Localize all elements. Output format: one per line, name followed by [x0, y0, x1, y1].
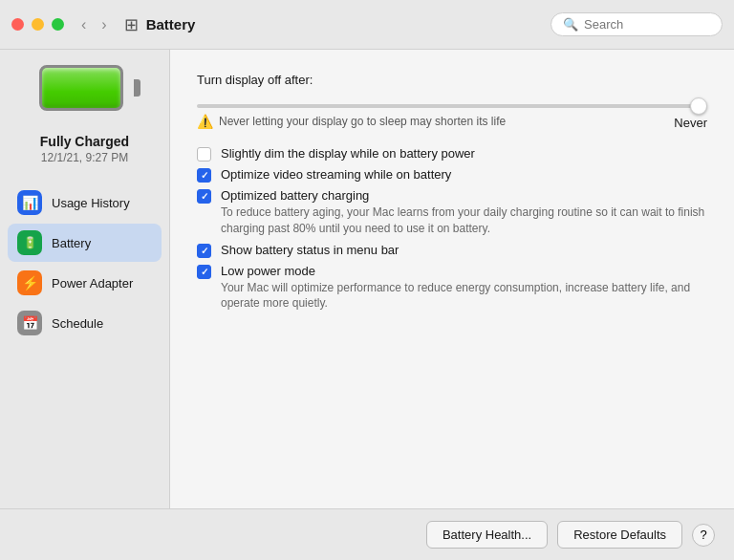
sidebar-label-schedule: Schedule [52, 316, 103, 331]
checkbox-dim-display[interactable] [197, 147, 211, 162]
desc-low-power: Your Mac will optimize performance to re… [221, 280, 707, 312]
battery-graphic [39, 65, 123, 111]
option-low-power: Low power mode Your Mac will optimize pe… [197, 264, 707, 312]
grid-icon: ⊞ [124, 14, 139, 35]
sidebar-label-usage-history: Usage History [52, 196, 130, 210]
display-sleep-section: Turn display off after: ⚠️ Never letting… [197, 73, 707, 131]
minimize-button[interactable] [32, 18, 44, 31]
battery-icon-wrapper [37, 65, 133, 122]
schedule-icon: 📅 [17, 311, 42, 335]
help-button[interactable]: ? [692, 524, 715, 547]
forward-button[interactable]: › [96, 14, 112, 35]
close-button[interactable] [11, 18, 24, 31]
display-sleep-slider[interactable] [197, 104, 707, 108]
search-bar[interactable]: 🔍 [550, 12, 723, 36]
main-layout: Fully Charged 12/1/21, 9:27 PM 📊 Usage H… [0, 50, 734, 508]
option-dim-display: Slightly dim the display while on batter… [197, 146, 707, 162]
slider-never-label: Never [674, 116, 707, 130]
battery-date-label: 12/1/21, 9:27 PM [41, 151, 128, 164]
label-show-status: Show battery status in menu bar [221, 243, 707, 257]
content-area: Turn display off after: ⚠️ Never letting… [170, 50, 734, 508]
usage-history-icon: 📊 [17, 190, 42, 215]
nav-arrows: ‹ › [76, 14, 113, 35]
battery-health-button[interactable]: Battery Health... [426, 521, 548, 549]
sidebar-item-battery[interactable]: 🔋 Battery [8, 224, 162, 262]
warning-row: ⚠️ Never letting your display go to slee… [197, 114, 506, 129]
window-title: Battery [146, 16, 196, 32]
desc-optimized-charging: To reduce battery aging, your Mac learns… [221, 205, 707, 237]
sidebar-label-battery: Battery [52, 236, 91, 250]
label-optimize-video: Optimize video streaming while on batter… [221, 167, 707, 182]
options-list: Slightly dim the display while on batter… [197, 146, 707, 317]
window-controls [11, 18, 64, 31]
sidebar-label-power-adapter: Power Adapter [52, 276, 133, 291]
maximize-button[interactable] [52, 18, 64, 31]
footer: Battery Health... Restore Defaults ? [0, 508, 734, 560]
restore-defaults-button[interactable]: Restore Defaults [557, 521, 682, 549]
search-icon: 🔍 [563, 17, 578, 32]
option-optimize-video: Optimize video streaming while on batter… [197, 167, 707, 183]
slider-label: Turn display off after: [197, 73, 707, 87]
power-adapter-icon: ⚡ [17, 270, 42, 295]
sidebar: Fully Charged 12/1/21, 9:27 PM 📊 Usage H… [0, 50, 170, 508]
option-optimized-charging: Optimized battery charging To reduce bat… [197, 188, 707, 237]
warning-text: Never letting your display go to sleep m… [219, 115, 506, 128]
checkbox-show-status[interactable] [197, 244, 211, 258]
slider-wrapper [197, 95, 707, 112]
checkbox-optimized-charging[interactable] [197, 189, 211, 204]
label-low-power: Low power mode [221, 264, 707, 278]
search-input[interactable] [584, 17, 699, 32]
label-optimized-charging: Optimized battery charging [221, 188, 707, 203]
sidebar-item-power-adapter[interactable]: ⚡ Power Adapter [8, 264, 162, 302]
warning-icon: ⚠️ [197, 114, 213, 129]
sidebar-nav: 📊 Usage History 🔋 Battery ⚡ Power Adapte… [0, 183, 169, 342]
checkbox-low-power[interactable] [197, 265, 211, 279]
back-button[interactable]: ‹ [76, 14, 92, 35]
option-show-status: Show battery status in menu bar [197, 243, 707, 258]
sidebar-item-schedule[interactable]: 📅 Schedule [8, 304, 162, 342]
battery-tip [134, 79, 140, 97]
battery-status-label: Fully Charged [40, 134, 129, 149]
checkbox-optimize-video[interactable] [197, 168, 211, 183]
battery-icon: 🔋 [17, 230, 42, 255]
title-bar: ‹ › ⊞ Battery 🔍 [0, 0, 734, 50]
label-dim-display: Slightly dim the display while on batter… [221, 146, 707, 161]
sidebar-item-usage-history[interactable]: 📊 Usage History [8, 183, 162, 222]
